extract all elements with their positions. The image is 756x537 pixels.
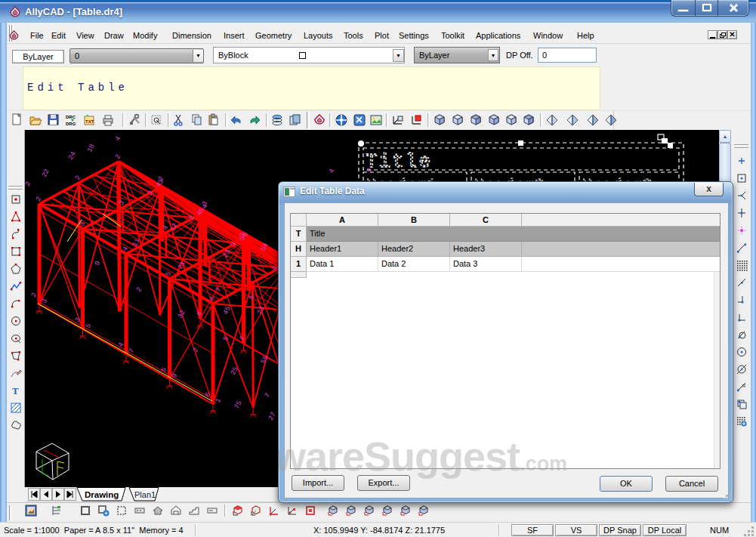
svg-text:Drawing: Drawing bbox=[85, 490, 119, 499]
svg-text:Title: Title bbox=[366, 150, 432, 173]
svg-text:Plan1: Plan1 bbox=[134, 490, 156, 499]
svg-text:R: R bbox=[742, 384, 746, 388]
svg-text:T: T bbox=[12, 385, 19, 397]
